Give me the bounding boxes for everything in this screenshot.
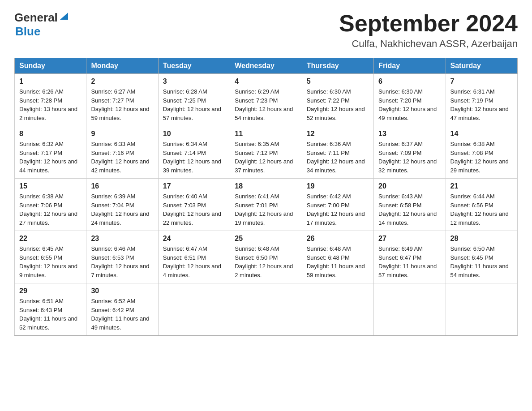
day-info: Sunrise: 6:30 AMSunset: 7:22 PMDaylight:… [307, 87, 369, 122]
calendar-day-header: Saturday [446, 58, 517, 74]
logo-text-general: General [14, 11, 58, 25]
calendar-day-cell [158, 283, 230, 336]
calendar-day-cell: 21Sunrise: 6:44 AMSunset: 6:56 PMDayligh… [446, 179, 517, 231]
day-number: 6 [378, 77, 441, 86]
calendar-day-cell: 12Sunrise: 6:36 AMSunset: 7:11 PMDayligh… [302, 126, 373, 179]
day-info: Sunrise: 6:42 AMSunset: 7:00 PMDaylight:… [307, 192, 369, 227]
day-info: Sunrise: 6:47 AMSunset: 6:51 PMDaylight:… [163, 244, 225, 279]
svg-marker-0 [60, 13, 68, 20]
day-number: 1 [19, 77, 82, 86]
calendar-day-cell [230, 283, 302, 336]
calendar-week-row: 29Sunrise: 6:51 AMSunset: 6:43 PMDayligh… [15, 283, 518, 336]
day-number: 28 [450, 235, 513, 243]
calendar-day-cell: 5Sunrise: 6:30 AMSunset: 7:22 PMDaylight… [302, 74, 373, 126]
day-number: 2 [91, 77, 153, 86]
calendar-day-cell: 1Sunrise: 6:26 AMSunset: 7:28 PMDaylight… [15, 74, 86, 126]
month-title: September 2024 [339, 11, 518, 36]
day-number: 10 [163, 130, 225, 138]
calendar-day-cell: 2Sunrise: 6:27 AMSunset: 7:27 PMDaylight… [86, 74, 158, 126]
day-info: Sunrise: 6:34 AMSunset: 7:14 PMDaylight:… [163, 140, 225, 175]
day-number: 13 [378, 130, 441, 138]
day-info: Sunrise: 6:36 AMSunset: 7:11 PMDaylight:… [307, 140, 369, 175]
day-number: 22 [19, 235, 82, 243]
day-number: 16 [91, 182, 153, 190]
calendar-day-cell: 7Sunrise: 6:31 AMSunset: 7:19 PMDaylight… [446, 74, 517, 126]
day-number: 24 [163, 235, 225, 243]
day-number: 8 [19, 130, 82, 138]
calendar-day-cell: 14Sunrise: 6:38 AMSunset: 7:08 PMDayligh… [446, 126, 517, 179]
day-number: 7 [450, 77, 513, 86]
day-info: Sunrise: 6:37 AMSunset: 7:09 PMDaylight:… [378, 140, 441, 175]
day-info: Sunrise: 6:38 AMSunset: 7:06 PMDaylight:… [19, 192, 82, 227]
calendar-day-cell: 20Sunrise: 6:43 AMSunset: 6:58 PMDayligh… [374, 179, 446, 231]
calendar-day-cell: 30Sunrise: 6:52 AMSunset: 6:42 PMDayligh… [86, 283, 158, 336]
day-info: Sunrise: 6:40 AMSunset: 7:03 PMDaylight:… [163, 192, 225, 227]
calendar-week-row: 22Sunrise: 6:45 AMSunset: 6:55 PMDayligh… [15, 231, 518, 283]
day-number: 26 [307, 235, 369, 243]
day-info: Sunrise: 6:45 AMSunset: 6:55 PMDaylight:… [19, 244, 82, 279]
day-info: Sunrise: 6:48 AMSunset: 6:48 PMDaylight:… [307, 244, 369, 279]
calendar-day-header: Friday [374, 58, 446, 74]
calendar-table: SundayMondayTuesdayWednesdayThursdayFrid… [14, 58, 518, 336]
calendar-day-cell: 23Sunrise: 6:46 AMSunset: 6:53 PMDayligh… [86, 231, 158, 283]
calendar-day-cell: 19Sunrise: 6:42 AMSunset: 7:00 PMDayligh… [302, 179, 373, 231]
day-info: Sunrise: 6:39 AMSunset: 7:04 PMDaylight:… [91, 192, 153, 227]
location-title: Culfa, Nakhichevan ASSR, Azerbaijan [339, 38, 518, 50]
calendar-day-cell: 22Sunrise: 6:45 AMSunset: 6:55 PMDayligh… [15, 231, 86, 283]
day-number: 18 [235, 182, 297, 190]
calendar-day-cell [374, 283, 446, 336]
calendar-week-row: 8Sunrise: 6:32 AMSunset: 7:17 PMDaylight… [15, 126, 518, 179]
day-number: 20 [378, 182, 441, 190]
day-info: Sunrise: 6:28 AMSunset: 7:25 PMDaylight:… [163, 87, 225, 122]
calendar-day-cell [302, 283, 373, 336]
day-info: Sunrise: 6:52 AMSunset: 6:42 PMDaylight:… [91, 297, 153, 332]
day-info: Sunrise: 6:46 AMSunset: 6:53 PMDaylight:… [91, 244, 153, 279]
calendar-day-header: Wednesday [230, 58, 302, 74]
day-info: Sunrise: 6:32 AMSunset: 7:17 PMDaylight:… [19, 140, 82, 175]
day-info: Sunrise: 6:51 AMSunset: 6:43 PMDaylight:… [19, 297, 82, 332]
day-info: Sunrise: 6:48 AMSunset: 6:50 PMDaylight:… [235, 244, 297, 279]
day-info: Sunrise: 6:35 AMSunset: 7:12 PMDaylight:… [235, 140, 297, 175]
calendar-day-header: Tuesday [158, 58, 230, 74]
calendar-week-row: 15Sunrise: 6:38 AMSunset: 7:06 PMDayligh… [15, 179, 518, 231]
day-number: 30 [91, 287, 153, 295]
day-info: Sunrise: 6:49 AMSunset: 6:47 PMDaylight:… [378, 244, 441, 279]
calendar-header-row: SundayMondayTuesdayWednesdayThursdayFrid… [15, 58, 518, 74]
calendar-day-header: Sunday [15, 58, 86, 74]
calendar-day-cell: 8Sunrise: 6:32 AMSunset: 7:17 PMDaylight… [15, 126, 86, 179]
day-number: 9 [91, 130, 153, 138]
logo-text-blue: Blue [15, 25, 40, 39]
day-number: 27 [378, 235, 441, 243]
calendar-day-cell: 9Sunrise: 6:33 AMSunset: 7:16 PMDaylight… [86, 126, 158, 179]
calendar-day-cell: 18Sunrise: 6:41 AMSunset: 7:01 PMDayligh… [230, 179, 302, 231]
day-number: 29 [19, 287, 82, 295]
day-info: Sunrise: 6:33 AMSunset: 7:16 PMDaylight:… [91, 140, 153, 175]
day-number: 12 [307, 130, 369, 138]
title-block: September 2024 Culfa, Nakhichevan ASSR, … [339, 11, 518, 50]
day-number: 4 [235, 77, 297, 86]
day-number: 23 [91, 235, 153, 243]
calendar-day-cell: 29Sunrise: 6:51 AMSunset: 6:43 PMDayligh… [15, 283, 86, 336]
calendar-day-cell: 11Sunrise: 6:35 AMSunset: 7:12 PMDayligh… [230, 126, 302, 179]
calendar-day-cell: 25Sunrise: 6:48 AMSunset: 6:50 PMDayligh… [230, 231, 302, 283]
calendar-week-row: 1Sunrise: 6:26 AMSunset: 7:28 PMDaylight… [15, 74, 518, 126]
day-info: Sunrise: 6:43 AMSunset: 6:58 PMDaylight:… [378, 192, 441, 227]
day-number: 14 [450, 130, 513, 138]
calendar-day-header: Thursday [302, 58, 373, 74]
calendar-day-cell: 16Sunrise: 6:39 AMSunset: 7:04 PMDayligh… [86, 179, 158, 231]
logo-triangle-icon [59, 12, 69, 21]
calendar-day-cell: 24Sunrise: 6:47 AMSunset: 6:51 PMDayligh… [158, 231, 230, 283]
page-header: General Blue September 2024 Culfa, Nakhi… [14, 11, 518, 50]
day-number: 21 [450, 182, 513, 190]
day-number: 25 [235, 235, 297, 243]
calendar-day-cell: 28Sunrise: 6:50 AMSunset: 6:45 PMDayligh… [446, 231, 517, 283]
day-info: Sunrise: 6:31 AMSunset: 7:19 PMDaylight:… [450, 87, 513, 122]
day-info: Sunrise: 6:27 AMSunset: 7:27 PMDaylight:… [91, 87, 153, 122]
day-number: 3 [163, 77, 225, 86]
calendar-day-cell: 13Sunrise: 6:37 AMSunset: 7:09 PMDayligh… [374, 126, 446, 179]
day-info: Sunrise: 6:30 AMSunset: 7:20 PMDaylight:… [378, 87, 441, 122]
day-number: 15 [19, 182, 82, 190]
calendar-day-cell [446, 283, 517, 336]
calendar-day-cell: 10Sunrise: 6:34 AMSunset: 7:14 PMDayligh… [158, 126, 230, 179]
calendar-day-cell: 6Sunrise: 6:30 AMSunset: 7:20 PMDaylight… [374, 74, 446, 126]
